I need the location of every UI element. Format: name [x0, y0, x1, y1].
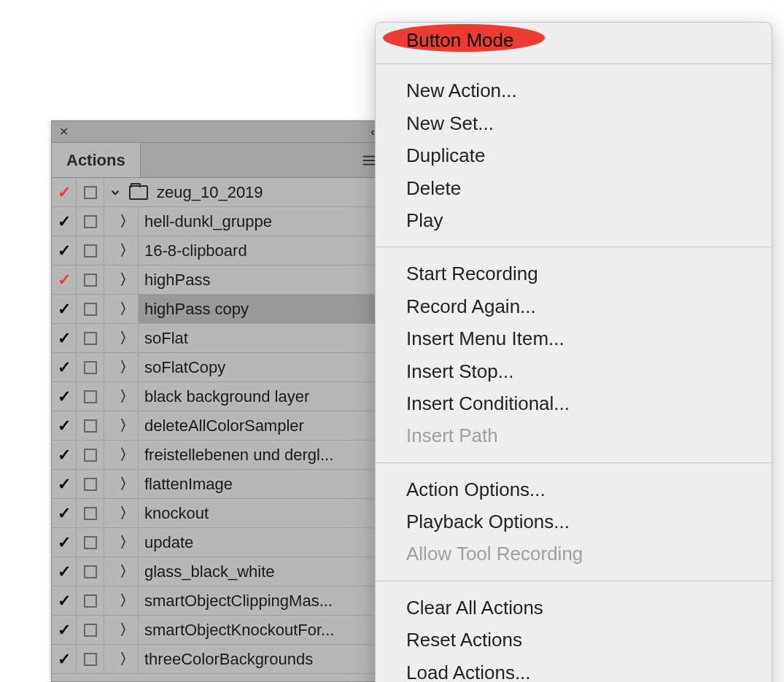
action-set-row[interactable]: ✓ zeug_10_2019: [52, 178, 386, 207]
expand-toggle[interactable]: [116, 474, 138, 494]
action-row[interactable]: ✓highPass: [52, 266, 386, 295]
expand-toggle[interactable]: [116, 445, 138, 465]
toggle-dialog[interactable]: [77, 266, 104, 294]
toggle-check[interactable]: ✓: [52, 207, 77, 236]
toggle-dialog[interactable]: [77, 616, 104, 644]
toggle-dialog[interactable]: [77, 353, 104, 381]
expand-toggle[interactable]: [116, 503, 138, 523]
toggle-dialog[interactable]: [77, 586, 104, 615]
expand-toggle[interactable]: [116, 241, 138, 260]
close-icon[interactable]: ✕: [56, 125, 71, 139]
menu-item[interactable]: Duplicate: [376, 139, 772, 171]
toggle-check[interactable]: ✓: [52, 411, 77, 440]
toggle-check[interactable]: ✓: [52, 353, 77, 381]
menu-item[interactable]: Start Recording: [376, 257, 772, 290]
menu-item[interactable]: Playback Options...: [376, 505, 772, 538]
expand-toggle[interactable]: [116, 299, 138, 319]
toggle-check[interactable]: ✓: [52, 645, 77, 673]
toggle-check[interactable]: ✓: [52, 236, 77, 265]
menu-item[interactable]: Record Again...: [376, 290, 772, 322]
toggle-dialog[interactable]: [77, 470, 104, 498]
menu-item-button-mode[interactable]: Button Mode: [376, 23, 772, 58]
menu-item[interactable]: Reset Actions: [376, 624, 772, 656]
action-row[interactable]: ✓16-8-clipboard: [52, 236, 386, 266]
toggle-dialog[interactable]: [77, 441, 104, 469]
menu-item[interactable]: Insert Stop...: [376, 355, 772, 387]
expand-toggle[interactable]: [116, 212, 138, 231]
action-label-wrap[interactable]: smartObjectKnockoutFor...: [138, 616, 386, 644]
toggle-dialog[interactable]: [77, 499, 104, 527]
expand-toggle[interactable]: [116, 357, 138, 377]
toggle-dialog[interactable]: [77, 295, 104, 323]
toggle-dialog[interactable]: [77, 557, 104, 586]
toggle-check[interactable]: ✓: [52, 470, 77, 498]
toggle-check[interactable]: ✓: [52, 499, 77, 527]
action-label-wrap[interactable]: highPass copy: [138, 295, 386, 323]
menu-item[interactable]: New Action...: [376, 74, 772, 106]
action-label-wrap[interactable]: black background layer: [138, 382, 386, 411]
action-row[interactable]: ✓soFlatCopy: [52, 353, 386, 382]
expand-toggle[interactable]: [116, 649, 138, 669]
tab-actions[interactable]: Actions: [52, 143, 141, 177]
toggle-check[interactable]: ✓: [52, 295, 77, 323]
action-label-wrap[interactable]: hell-dunkl_gruppe: [138, 207, 386, 236]
set-label-wrap[interactable]: zeug_10_2019: [151, 178, 386, 206]
menu-item[interactable]: Load Actions...: [376, 656, 772, 682]
menu-item[interactable]: Delete: [376, 172, 772, 204]
action-label-wrap[interactable]: highPass: [138, 266, 386, 294]
expand-toggle[interactable]: [116, 387, 138, 406]
menu-item[interactable]: New Set...: [376, 107, 772, 139]
action-label-wrap[interactable]: soFlat: [138, 324, 386, 352]
action-row[interactable]: ✓threeColorBackgrounds: [52, 645, 386, 674]
action-row[interactable]: ✓knockout: [52, 499, 386, 528]
expand-toggle[interactable]: [116, 328, 138, 348]
toggle-check[interactable]: ✓: [52, 382, 77, 411]
action-row[interactable]: ✓glass_black_white: [52, 557, 386, 586]
action-row[interactable]: ✓hell-dunkl_gruppe: [52, 207, 386, 236]
toggle-check[interactable]: ✓: [52, 586, 77, 615]
action-row[interactable]: ✓deleteAllColorSampler: [52, 411, 386, 441]
toggle-check[interactable]: ✓: [52, 324, 77, 352]
action-row[interactable]: ✓freistellebenen und dergl...: [52, 441, 386, 470]
action-label-wrap[interactable]: threeColorBackgrounds: [138, 645, 386, 673]
toggle-dialog[interactable]: [77, 207, 104, 236]
action-label-wrap[interactable]: update: [138, 528, 386, 557]
action-row[interactable]: ✓smartObjectClippingMas...: [52, 586, 386, 616]
toggle-check[interactable]: ✓: [52, 178, 77, 206]
toggle-dialog[interactable]: [77, 324, 104, 352]
toggle-check[interactable]: ✓: [52, 266, 77, 294]
action-label-wrap[interactable]: deleteAllColorSampler: [138, 411, 386, 440]
expand-toggle[interactable]: [116, 270, 138, 290]
toggle-check[interactable]: ✓: [52, 441, 77, 469]
toggle-check[interactable]: ✓: [52, 557, 77, 586]
action-row[interactable]: ✓flattenImage: [52, 470, 386, 499]
toggle-dialog[interactable]: [77, 411, 104, 440]
action-row[interactable]: ✓highPass copy: [52, 295, 386, 324]
menu-item[interactable]: Insert Conditional...: [376, 387, 772, 419]
toggle-dialog[interactable]: [77, 528, 104, 557]
action-row[interactable]: ✓update: [52, 528, 386, 557]
toggle-dialog[interactable]: [77, 236, 104, 265]
action-label-wrap[interactable]: flattenImage: [138, 470, 386, 498]
toggle-dialog[interactable]: [77, 645, 104, 673]
expand-toggle[interactable]: [116, 591, 138, 611]
expand-toggle[interactable]: [116, 562, 138, 581]
action-row[interactable]: ✓soFlat: [52, 324, 386, 353]
menu-item[interactable]: Action Options...: [376, 473, 772, 505]
expand-toggle[interactable]: [116, 416, 138, 435]
menu-item[interactable]: Insert Menu Item...: [376, 322, 772, 354]
menu-item[interactable]: Play: [376, 204, 772, 236]
menu-item[interactable]: Clear All Actions: [376, 592, 772, 624]
action-label-wrap[interactable]: freistellebenen und dergl...: [138, 441, 386, 469]
expand-toggle[interactable]: [116, 620, 138, 640]
toggle-check[interactable]: ✓: [52, 616, 77, 644]
action-row[interactable]: ✓black background layer: [52, 382, 386, 411]
action-label-wrap[interactable]: 16-8-clipboard: [138, 236, 386, 265]
toggle-dialog[interactable]: [77, 382, 104, 411]
expand-toggle[interactable]: [104, 186, 126, 199]
action-label-wrap[interactable]: smartObjectClippingMas...: [138, 586, 386, 615]
action-row[interactable]: ✓smartObjectKnockoutFor...: [52, 616, 386, 645]
toggle-dialog[interactable]: [77, 178, 104, 206]
expand-toggle[interactable]: [116, 532, 138, 552]
action-label-wrap[interactable]: soFlatCopy: [138, 353, 386, 381]
